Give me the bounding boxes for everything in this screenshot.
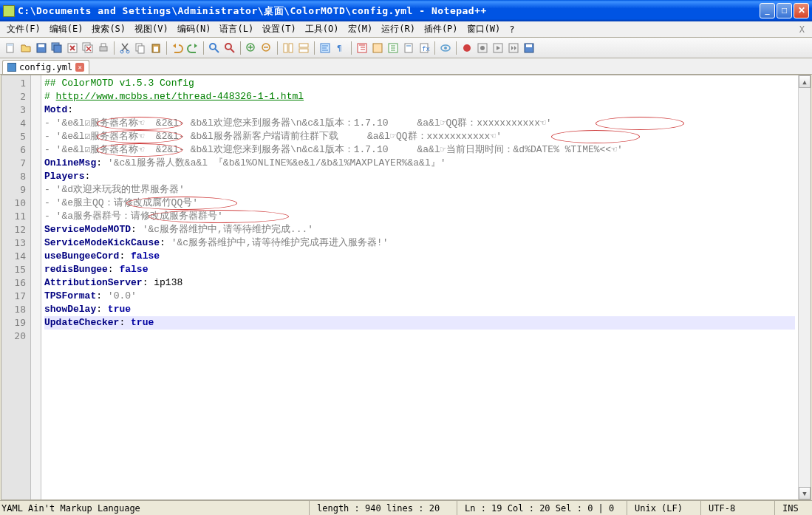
menu-tools[interactable]: 工具(O) [301,21,343,37]
menu-encoding[interactable]: 编码(N) [174,21,215,37]
tab-close-icon[interactable]: ✕ [75,63,84,72]
menu-run[interactable]: 运行(R) [378,21,419,37]
vertical-scrollbar[interactable]: ▲ ▼ [798,75,811,499]
print-icon[interactable] [96,41,111,55]
wordwrap-icon[interactable] [318,41,332,55]
scroll-up-icon[interactable]: ▲ [799,75,811,88]
tab-bar: config.yml ✕ [0,58,812,75]
menu-x-button[interactable]: X [795,24,809,35]
svg-rect-10 [101,44,106,47]
cut-icon[interactable] [117,41,132,55]
svg-rect-30 [405,44,412,52]
title-bar: C:\Documents and Settings\Administrator\… [0,0,812,21]
save-macro-icon[interactable] [522,41,536,55]
window-title: C:\Documents and Settings\Administrator\… [18,4,760,18]
paste-icon[interactable] [149,41,163,55]
svg-rect-23 [299,44,308,47]
allchars-icon[interactable]: ¶ [333,41,348,55]
func-list-icon[interactable]: fx [417,41,431,55]
svg-text:¶: ¶ [337,44,342,53]
replace-icon[interactable] [222,41,237,55]
menu-bar: 文件(F) 编辑(E) 搜索(S) 视图(V) 编码(N) 语言(L) 设置(T… [0,21,812,38]
zoom-out-icon[interactable] [259,41,274,55]
app-icon [3,5,15,17]
tab-label: config.yml [19,62,72,72]
file-tab[interactable]: config.yml ✕ [2,60,89,74]
find-icon[interactable] [207,41,222,55]
menu-language[interactable]: 语言(L) [216,21,257,37]
copy-icon[interactable] [133,41,148,55]
doc-map-icon[interactable] [401,41,416,55]
close-file-icon[interactable] [65,41,80,55]
save-icon[interactable] [34,41,49,55]
svg-rect-22 [289,44,293,52]
monitor-icon[interactable] [438,41,453,55]
svg-rect-28 [373,44,382,52]
zoom-in-icon[interactable] [244,41,259,55]
status-mode: INS [775,501,812,515]
menu-macro[interactable]: 宏(M) [344,21,377,37]
menu-settings[interactable]: 设置(T) [259,21,300,37]
new-file-icon[interactable] [3,41,18,55]
user-lang-icon[interactable] [370,41,385,55]
menu-edit[interactable]: 编辑(E) [46,21,87,37]
svg-point-38 [480,46,485,50]
scroll-down-icon[interactable]: ▼ [799,487,811,499]
fold-margin [31,75,41,499]
svg-rect-1 [7,44,13,46]
line-number-gutter: 1234567891011121314151617181920 [1,75,31,499]
sync-v-icon[interactable] [281,41,296,55]
status-eol: Unix (LF) [627,501,701,515]
svg-rect-42 [526,44,532,47]
status-position: Ln : 19 Col : 20 Sel : 0 | 0 [457,501,627,515]
svg-rect-14 [138,46,144,53]
svg-rect-16 [154,47,158,52]
svg-point-36 [463,44,471,52]
close-all-icon[interactable] [81,41,95,55]
record-icon[interactable] [460,41,474,55]
open-file-icon[interactable] [18,41,33,55]
undo-icon[interactable] [170,41,185,55]
minimize-button[interactable]: _ [760,3,775,18]
sync-h-icon[interactable] [296,41,311,55]
menu-help[interactable]: ? [505,23,518,36]
code-area[interactable]: ## ColorMOTD v1.5.3 Config# http://www.m… [41,75,798,499]
save-all-icon[interactable] [50,41,64,55]
file-icon [7,63,16,72]
svg-text:fx: fx [422,45,430,52]
maximize-button[interactable]: □ [777,3,792,18]
status-length: length : 940 lines : 20 [310,501,457,515]
menu-plugins[interactable]: 插件(P) [420,21,462,37]
editor-area: 1234567891011121314151617181920 ## Color… [1,75,811,500]
menu-window[interactable]: 窗口(W) [463,21,505,37]
menu-view[interactable]: 视图(V) [131,21,172,37]
status-encoding: UTF-8 [701,501,775,515]
svg-rect-9 [100,47,107,51]
play-multi-icon[interactable] [506,41,521,55]
indent-guide-icon[interactable] [355,41,369,55]
svg-point-18 [225,44,231,50]
svg-rect-3 [38,44,44,47]
svg-point-35 [444,47,447,50]
menu-search[interactable]: 搜索(S) [88,21,129,37]
svg-rect-31 [406,45,411,47]
menu-file[interactable]: 文件(F) [3,21,44,37]
play-icon[interactable] [491,41,505,55]
status-bar: YAML Ain't Markup Language length : 940 … [0,500,812,515]
svg-rect-24 [299,49,308,52]
redo-icon[interactable] [185,41,200,55]
svg-point-17 [210,44,216,50]
stop-record-icon[interactable] [475,41,490,55]
toolbar: ¶ fx [0,38,812,58]
close-button[interactable]: ✕ [794,3,809,18]
status-language: YAML Ain't Markup Language [0,501,310,515]
svg-rect-5 [54,45,61,52]
svg-rect-21 [284,44,287,52]
folder-tree-icon[interactable] [386,41,400,55]
